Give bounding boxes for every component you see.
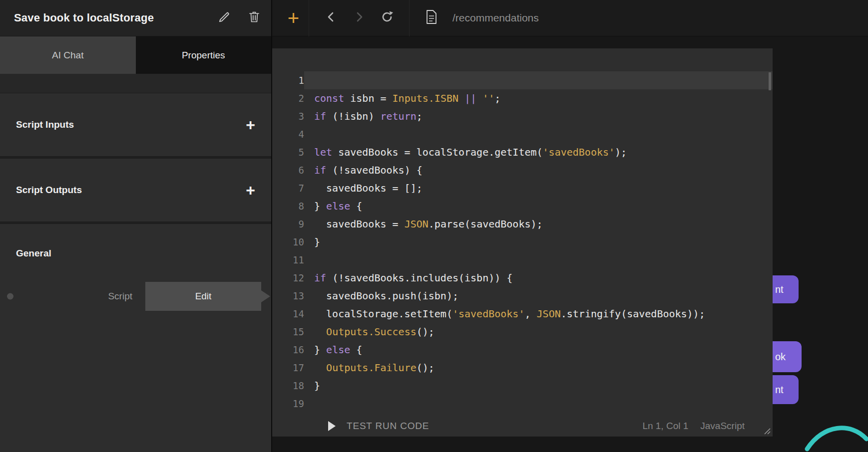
section-general: General Script Edit	[0, 224, 271, 452]
connector-dot[interactable]	[7, 293, 13, 300]
preview-fragment-button[interactable]: nt	[773, 275, 799, 303]
delete-button[interactable]	[243, 7, 265, 29]
code-line-text: localStorage.setItem('savedBooks', JSON.…	[304, 305, 773, 323]
plus-icon: +	[288, 7, 299, 29]
code-line[interactable]: 15 Outputs.Success();	[272, 323, 773, 341]
document-icon	[425, 9, 438, 26]
chevron-left-icon	[324, 10, 338, 26]
code-line[interactable]: 16} else {	[272, 341, 773, 359]
line-number: 17	[272, 359, 304, 377]
nav-controls	[309, 0, 410, 36]
editor-status: Ln 1, Col 1 JavaScript	[642, 421, 745, 432]
code-line-text: Outputs.Success();	[304, 323, 773, 341]
code-line-text: const isbn = Inputs.ISBN || '';	[304, 89, 773, 107]
section-script-inputs: Script Inputs +	[0, 93, 271, 157]
line-number: 9	[272, 215, 304, 233]
pencil-icon	[218, 10, 231, 25]
code-line-text: if (!savedBooks.includes(isbn)) {	[304, 269, 773, 287]
code-line[interactable]: 9 savedBooks = JSON.parse(savedBooks);	[272, 215, 773, 233]
editor-footer: TEST RUN CODE Ln 1, Col 1 JavaScript	[272, 416, 773, 437]
code-line[interactable]: 17 Outputs.Failure();	[272, 359, 773, 377]
rename-button[interactable]	[213, 7, 235, 29]
line-number: 7	[272, 179, 304, 197]
language-label: JavaScript	[700, 421, 745, 432]
code-line-text: } else {	[304, 341, 773, 359]
line-number: 14	[272, 305, 304, 323]
code-line-text: } else {	[304, 197, 773, 215]
code-line[interactable]: 12if (!savedBooks.includes(isbn)) {	[272, 269, 773, 287]
code-line-text: savedBooks = [];	[304, 179, 773, 197]
preview-fragment-button[interactable]: nt	[773, 375, 799, 404]
test-run-label: TEST RUN CODE	[347, 421, 429, 432]
line-number: 16	[272, 341, 304, 359]
script-property-row: Script Edit	[0, 282, 271, 311]
cursor-position: Ln 1, Col 1	[642, 421, 688, 432]
line-number: 8	[272, 197, 304, 215]
resize-handle[interactable]	[762, 426, 771, 435]
app-window: Save book to localStorage AI Chat	[0, 0, 868, 452]
code-line[interactable]: 11	[272, 251, 773, 269]
back-button[interactable]	[317, 4, 345, 32]
code-line-text: }	[304, 377, 773, 395]
script-outputs-label: Script Outputs	[16, 185, 82, 196]
preview-fragment-button[interactable]: ok	[773, 341, 802, 372]
test-run-button[interactable]: TEST RUN CODE	[328, 421, 429, 432]
page-selector-button[interactable]	[418, 4, 445, 32]
code-line[interactable]: 19	[272, 395, 773, 413]
code-line[interactable]: 3if (!isbn) return;	[272, 107, 773, 125]
code-line[interactable]: 2const isbn = Inputs.ISBN || '';	[272, 89, 773, 107]
inspector-panel: Save book to localStorage AI Chat	[0, 0, 271, 452]
code-editor[interactable]: 12const isbn = Inputs.ISBN || '';3if (!i…	[272, 48, 773, 437]
line-number: 19	[272, 395, 304, 413]
code-line[interactable]: 4	[272, 125, 773, 143]
code-line[interactable]: 7 savedBooks = [];	[272, 179, 773, 197]
line-number: 6	[272, 161, 304, 179]
general-label: General	[0, 224, 271, 259]
code-line-text: if (!savedBooks) {	[304, 161, 773, 179]
line-number: 13	[272, 287, 304, 305]
panel-header: Save book to localStorage	[0, 0, 271, 36]
trash-icon	[248, 10, 260, 25]
code-line-text	[304, 251, 773, 269]
panel-tabs: AI Chat Properties	[0, 36, 271, 74]
code-line-text: savedBooks = JSON.parse(savedBooks);	[304, 215, 773, 233]
add-page-button[interactable]: +	[278, 0, 309, 36]
code-line-text	[304, 125, 773, 143]
code-lines[interactable]: 12const isbn = Inputs.ISBN || '';3if (!i…	[272, 48, 773, 416]
add-script-output-button[interactable]: +	[246, 182, 255, 198]
code-line[interactable]: 14 localStorage.setItem('savedBooks', JS…	[272, 305, 773, 323]
add-script-input-button[interactable]: +	[246, 117, 255, 133]
line-number: 11	[272, 251, 304, 269]
decorative-curve	[803, 421, 868, 452]
line-number: 12	[272, 269, 304, 287]
scrollbar-thumb[interactable]	[769, 72, 771, 90]
code-line-text: if (!isbn) return;	[304, 107, 773, 125]
chevron-right-icon	[352, 10, 366, 26]
code-line-text: Outputs.Failure();	[304, 359, 773, 377]
line-number: 3	[272, 107, 304, 125]
code-line[interactable]: 18}	[272, 377, 773, 395]
tab-properties[interactable]: Properties	[136, 36, 272, 74]
refresh-button[interactable]	[373, 4, 401, 32]
edit-script-button[interactable]: Edit	[145, 282, 261, 311]
preview-pane: +	[271, 0, 868, 452]
resize-grip-icon	[765, 429, 770, 434]
line-number: 15	[272, 323, 304, 341]
code-line[interactable]: 1	[272, 71, 773, 89]
code-line[interactable]: 10}	[272, 233, 773, 251]
forward-button[interactable]	[345, 4, 373, 32]
code-line-text	[304, 71, 773, 89]
code-line[interactable]: 5let savedBooks = localStorage.getItem('…	[272, 143, 773, 161]
line-number: 5	[272, 143, 304, 161]
panel-body: Script Inputs + Script Outputs + General…	[0, 74, 271, 452]
code-line[interactable]: 8} else {	[272, 197, 773, 215]
code-line[interactable]: 13 savedBooks.push(isbn);	[272, 287, 773, 305]
refresh-icon	[380, 10, 394, 26]
tab-ai-chat[interactable]: AI Chat	[0, 36, 136, 74]
code-line-text: let savedBooks = localStorage.getItem('s…	[304, 143, 773, 161]
script-inputs-label: Script Inputs	[16, 119, 74, 130]
line-number: 18	[272, 377, 304, 395]
code-line[interactable]: 6if (!savedBooks) {	[272, 161, 773, 179]
url-display[interactable]: /recommendations	[452, 12, 539, 24]
panel-title: Save book to localStorage	[14, 11, 205, 24]
